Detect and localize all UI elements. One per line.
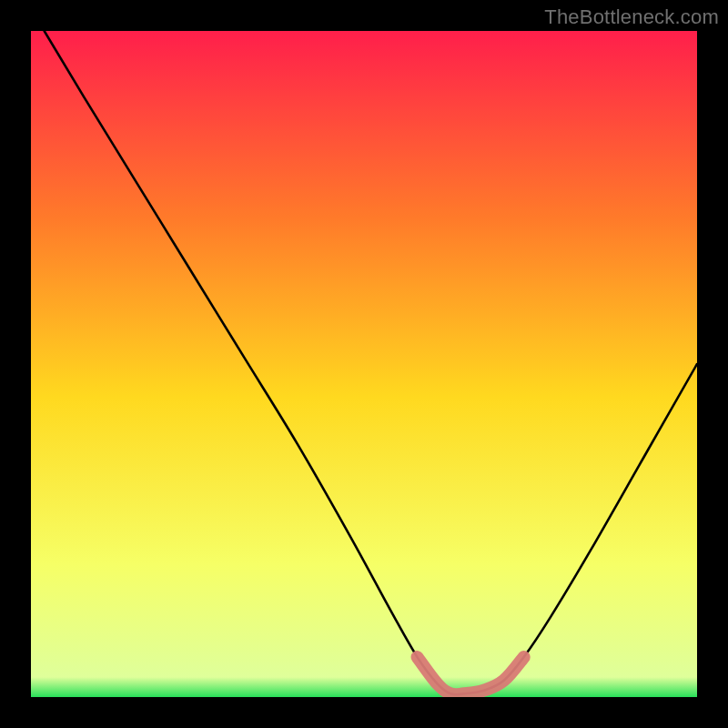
gradient-background [31,31,697,697]
chart-frame: TheBottleneck.com [0,0,728,728]
plot-area [31,31,697,697]
bottleneck-chart [31,31,697,697]
watermark-text: TheBottleneck.com [544,5,719,29]
